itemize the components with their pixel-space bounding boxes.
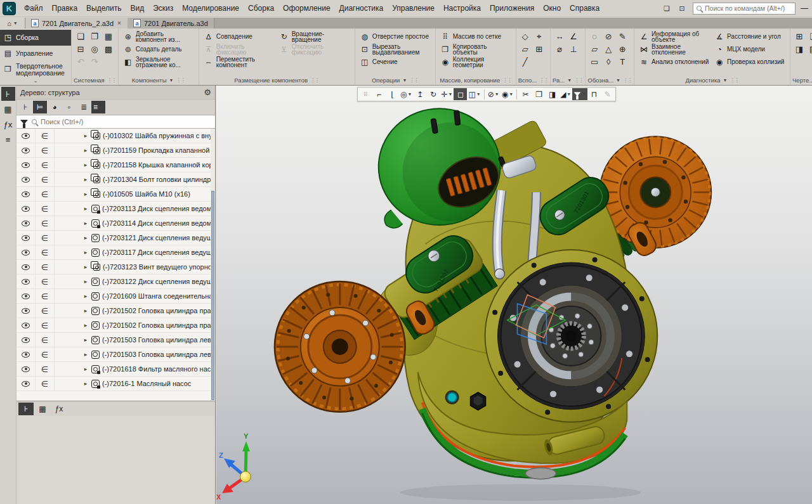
expand-arrow-icon[interactable]: ▸ [81, 366, 90, 372]
app-logo-icon[interactable]: K [3, 2, 16, 15]
menu-item-справка[interactable]: Справка [565, 1, 604, 15]
clutch-flywheel[interactable] [485, 250, 658, 422]
expand-arrow-icon[interactable]: ▸ [81, 220, 90, 226]
chevron-down-icon[interactable]: ▼ [567, 78, 572, 82]
engine-3d-model[interactable]: 7201301 7201302 [216, 86, 812, 504]
dim-perpendicular-button[interactable]: ⊥ [567, 43, 580, 55]
eye-icon[interactable] [22, 279, 30, 285]
tree-row-15[interactable]: ∈▸(-)7201503 Головка цилиндра левая [16, 347, 215, 362]
include-cell[interactable]: ∈ [36, 129, 55, 143]
mirror-components-button[interactable]: ◧Зеркальное отражение ко... [121, 56, 196, 68]
show-sections-button[interactable]: ◕ [48, 101, 62, 113]
command-search[interactable] [693, 3, 796, 15]
rotation-rotation-button[interactable]: ↻Вращение-вращение [277, 30, 352, 43]
display-style-button[interactable]: ◫▼ [467, 88, 481, 100]
dim-linear-button[interactable]: ↔ [553, 30, 566, 42]
expand-arrow-icon[interactable]: ▸ [81, 147, 90, 153]
panel-tab-parameters-button[interactable]: ▦ [35, 403, 50, 415]
include-cell[interactable]: ∈ [36, 377, 55, 391]
note-frame-button[interactable]: ▭ [588, 56, 601, 68]
visibility-cell[interactable] [16, 231, 36, 245]
clip-ramp-button[interactable]: ◢▼ [559, 88, 572, 100]
mass-properties-button[interactable]: ◔МЦХ модели [712, 43, 787, 56]
tree-composition-view-button[interactable]: ⊨ [33, 101, 47, 113]
expand-arrow-icon[interactable]: ▸ [81, 337, 90, 343]
panel-tab-variables-button[interactable]: ƒx [51, 403, 67, 415]
group-grip-icon[interactable]: ⋮⋮ [107, 77, 116, 83]
expand-arrow-icon[interactable]: ▸ [81, 264, 90, 270]
include-cell[interactable]: ∈ [36, 158, 55, 172]
aux-plane-offset-button[interactable]: ▱ [519, 43, 532, 55]
tree-row-9[interactable]: ∈▸(-)7203123 Винт ведущего упорного дис [16, 260, 215, 275]
tree-row-3[interactable]: ∈▸(-)7201304 Болт головки цилиндра (x16) [16, 172, 215, 187]
orient-rotate-button[interactable]: ↻ [426, 88, 440, 100]
eye-icon[interactable] [22, 264, 30, 270]
tree-row-7[interactable]: ∈▸(-)7203121 Диск сцепления ведущий нар [16, 231, 215, 245]
document-tab-1[interactable]: a7201 Двигатель.a3d [128, 18, 214, 29]
geometry-collection-button[interactable]: ◉Коллекция геометрии [438, 56, 513, 68]
group-grip-icon[interactable]: ⋮⋮ [730, 77, 739, 83]
group-grip-icon[interactable]: ⋮⋮ [409, 77, 418, 83]
tree-row-8[interactable]: ∈▸(-)7203117 Диск сцепления ведущий про [16, 245, 215, 260]
note-thread-button[interactable]: ⊘ [602, 30, 615, 42]
update-shading-button[interactable]: ◨ [546, 88, 559, 100]
tree-row-6[interactable]: ∈▸(-)7203114 Диск сцепления ведомый в сб [16, 216, 215, 231]
visibility-cell[interactable] [16, 377, 36, 391]
eye-icon[interactable] [22, 250, 30, 255]
panel-tab-tree-button[interactable]: ⊦ [18, 403, 34, 415]
expand-arrow-icon[interactable]: ▸ [81, 235, 90, 241]
scrollbar-thumb[interactable] [211, 191, 214, 400]
tree-row-14[interactable]: ∈▸(-)7201503 Головка цилиндра левая [16, 333, 215, 347]
visibility-cell[interactable] [16, 333, 36, 347]
note-shape-button[interactable]: ◊ [602, 56, 615, 68]
aux-point-button[interactable]: ⌖ [533, 30, 546, 42]
expand-arrow-icon[interactable]: ▸ [81, 278, 90, 285]
distance-angle-button[interactable]: ∡Расстояние и угол [712, 30, 787, 43]
simple-hole-button[interactable]: ◍Отверстие простое [358, 30, 433, 43]
gear-icon[interactable]: ⚙ [204, 87, 211, 97]
drawing-table-button[interactable]: ▤ [807, 43, 812, 55]
visibility-cell[interactable] [16, 260, 36, 274]
dim-diameter-button[interactable]: ⌀ [553, 43, 566, 55]
strip-parameters-button[interactable]: ▦ [1, 102, 15, 116]
note-hole-button[interactable]: ◌ [588, 30, 601, 42]
ribbon-collapse-chevron[interactable]: ⌄ [0, 77, 71, 85]
aux-plane-button[interactable]: ◇ [519, 30, 532, 42]
measure-tool-button[interactable]: ⊓ [587, 88, 601, 100]
visibility-cell[interactable] [16, 347, 36, 361]
home-button[interactable]: ⌂ ▼ [0, 18, 25, 29]
expand-arrow-icon[interactable]: ▸ [81, 380, 90, 387]
include-cell[interactable]: ∈ [36, 216, 55, 230]
create-part-button[interactable]: ⊚Создать деталь [121, 43, 196, 56]
left-cylinder-head[interactable] [275, 281, 405, 412]
mode-tab-0[interactable]: ◳Сборка [0, 30, 71, 46]
visibility-cell[interactable] [16, 129, 36, 143]
view-projection-button[interactable]: ⌐ [372, 88, 386, 100]
strip-variables-button[interactable]: ƒx [1, 117, 15, 131]
expand-arrow-icon[interactable]: ▸ [81, 307, 90, 314]
expand-arrow-icon[interactable]: ▸ [81, 205, 90, 212]
coincidence-button[interactable]: ∆Совпадение [202, 30, 277, 43]
add-component-button[interactable]: ⊕Добавить компонент из... [121, 30, 196, 43]
layers-button[interactable]: ≣ [77, 101, 91, 113]
perspective-camera-button[interactable]: ◉▼ [501, 88, 514, 100]
tree-row-0[interactable]: ∈▸(-)010302 Шайба пружинная с внутренним [16, 129, 215, 143]
filter-icon[interactable] [20, 120, 28, 124]
note-base-button[interactable]: ▱ [588, 43, 601, 55]
expand-arrow-icon[interactable]: ▸ [81, 191, 90, 197]
visibility-cell[interactable] [16, 158, 36, 172]
eye-icon[interactable] [22, 177, 30, 183]
chevron-down-icon[interactable]: ▼ [616, 78, 620, 82]
visibility-cell[interactable] [16, 304, 36, 318]
visibility-cell[interactable] [16, 245, 36, 259]
menu-item-файл[interactable]: Файл [20, 1, 48, 15]
tree-scrollbar[interactable] [211, 129, 215, 401]
include-cell[interactable]: ∈ [36, 347, 55, 361]
print-preview-button[interactable]: ◎ [88, 43, 101, 55]
eye-icon[interactable] [22, 337, 30, 343]
dim-angle-button[interactable]: ∠ [567, 30, 580, 42]
tree-search-input[interactable] [41, 118, 211, 126]
menu-item-правка[interactable]: Правка [48, 1, 82, 15]
visibility-cell[interactable] [16, 172, 36, 186]
close-icon[interactable]: × [117, 20, 122, 27]
